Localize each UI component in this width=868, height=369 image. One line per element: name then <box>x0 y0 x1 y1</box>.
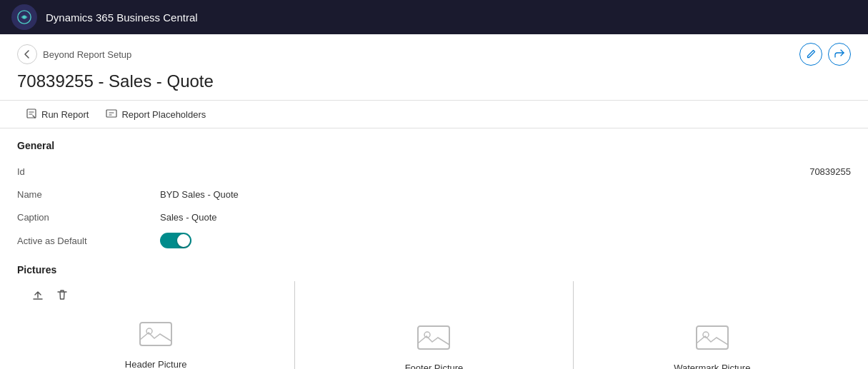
topbar: Dynamics 365 Business Central <box>0 0 868 34</box>
caption-label: Caption <box>17 212 160 223</box>
page-title: 70839255 - Sales - Quote <box>0 69 868 100</box>
header-picture-column: Header Picture <box>17 281 295 369</box>
toolbar: Run Report Report Placeholders <box>0 100 868 128</box>
report-placeholders-label: Report Placeholders <box>121 109 206 120</box>
header-delete-button[interactable] <box>53 287 71 306</box>
watermark-picture-column: Watermark Picture <box>574 281 851 369</box>
active-as-default-toggle[interactable] <box>160 233 191 248</box>
breadcrumb-text: Beyond Report Setup <box>43 49 131 60</box>
header-upload-button[interactable] <box>29 287 47 306</box>
header-picture-label: Header Picture <box>125 359 187 369</box>
svg-rect-3 <box>106 110 116 117</box>
watermark-picture-label: Watermark Picture <box>674 363 750 369</box>
page-content: Beyond Report Setup 70839255 - Sales - Q… <box>0 34 868 369</box>
svg-point-1 <box>23 16 26 19</box>
active-as-default-label: Active as Default <box>17 236 160 246</box>
footer-picture-column: Footer Picture <box>295 281 573 369</box>
name-value: BYD Sales - Quote <box>160 189 851 200</box>
svg-rect-2 <box>27 109 36 118</box>
edit-button[interactable] <box>799 43 822 66</box>
breadcrumb: Beyond Report Setup <box>17 44 131 64</box>
svg-rect-7 <box>418 326 449 349</box>
header-actions <box>799 43 851 66</box>
general-section-title: General <box>17 140 851 151</box>
report-placeholders-button[interactable]: Report Placeholders <box>97 100 214 128</box>
svg-rect-5 <box>140 323 171 345</box>
back-button[interactable] <box>17 44 37 64</box>
share-button[interactable] <box>828 43 851 66</box>
watermark-picture-placeholder <box>689 318 735 357</box>
report-placeholders-icon <box>106 108 117 121</box>
id-label: Id <box>17 166 160 177</box>
name-label: Name <box>17 189 160 200</box>
pictures-section-title: Pictures <box>17 264 851 276</box>
name-row: Name BYD Sales - Quote <box>17 183 851 206</box>
id-value: 70839255 <box>708 166 851 177</box>
run-report-label: Run Report <box>41 109 89 120</box>
footer-picture-placeholder <box>411 318 457 357</box>
subheader: Beyond Report Setup <box>0 34 868 69</box>
caption-row: Caption Sales - Quote <box>17 206 851 228</box>
id-row: Id 70839255 <box>17 160 851 183</box>
app-logo <box>11 4 37 30</box>
svg-rect-9 <box>697 326 728 349</box>
pictures-section: Pictures <box>0 258 868 369</box>
app-name: Dynamics 365 Business Central <box>46 11 198 24</box>
pictures-area: Header Picture Footer Picture <box>17 281 851 369</box>
general-section: General Id 70839255 Name BYD Sales - Quo… <box>0 128 868 258</box>
run-report-button[interactable]: Run Report <box>17 100 97 128</box>
caption-value: Sales - Quote <box>160 212 851 223</box>
header-picture-tools <box>29 287 71 306</box>
run-report-icon <box>26 108 37 121</box>
footer-picture-label: Footer Picture <box>405 363 464 369</box>
header-picture-placeholder <box>133 315 179 353</box>
active-as-default-row: Active as Default <box>17 228 851 253</box>
